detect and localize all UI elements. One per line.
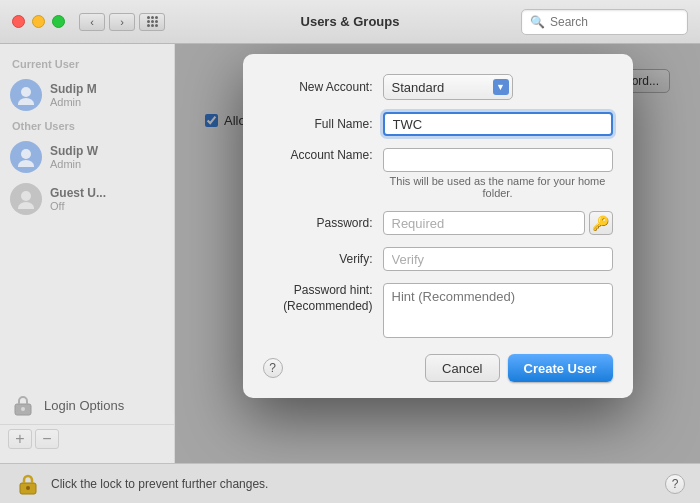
user-name: Sudip W xyxy=(50,144,98,158)
avatar xyxy=(10,141,42,173)
search-icon: 🔍 xyxy=(530,15,545,29)
hint-textarea[interactable] xyxy=(383,283,613,338)
new-account-select[interactable]: Standard Administrator xyxy=(383,74,513,100)
verify-control xyxy=(383,247,613,271)
login-options-item[interactable]: Login Options xyxy=(0,386,174,424)
account-name-control: This will be used as the name for your h… xyxy=(383,148,613,199)
add-user-button[interactable]: + xyxy=(8,429,32,449)
password-row: Password: 🔑 xyxy=(263,211,613,235)
bottom-bar: Click the lock to prevent further change… xyxy=(0,463,700,503)
avatar xyxy=(10,183,42,215)
sidebar-item-current-user[interactable]: Sudip M Admin xyxy=(0,74,174,116)
grid-button[interactable] xyxy=(139,13,165,31)
lock-icon[interactable] xyxy=(15,471,41,497)
forward-button[interactable]: › xyxy=(109,13,135,31)
sidebar: Current User Sudip M Admin Other Users S… xyxy=(0,44,175,463)
user-name: Guest U... xyxy=(50,186,106,200)
create-user-modal: New Account: Standard Administrator ▼ Fu… xyxy=(243,54,633,398)
hint-row: Password hint: (Recommended) xyxy=(263,283,613,338)
traffic-lights xyxy=(12,15,65,28)
new-account-label: New Account: xyxy=(263,80,383,94)
hint-label: Password hint: (Recommended) xyxy=(263,283,383,314)
create-user-button[interactable]: Create User xyxy=(508,354,613,382)
full-name-row: Full Name: xyxy=(263,112,613,136)
full-name-label: Full Name: xyxy=(263,117,383,131)
add-remove-bar: + − xyxy=(0,424,174,453)
footer-buttons: Cancel Create User xyxy=(425,354,612,382)
account-name-input[interactable] xyxy=(383,148,613,172)
login-options-label: Login Options xyxy=(44,398,124,413)
full-name-input[interactable] xyxy=(383,112,613,136)
main-panel: ɑssword... Allow user to administer this… xyxy=(175,44,700,463)
new-account-row: New Account: Standard Administrator ▼ xyxy=(263,74,613,100)
svg-point-2 xyxy=(21,149,31,159)
verify-row: Verify: xyxy=(263,247,613,271)
full-name-control xyxy=(383,112,613,136)
verify-input[interactable] xyxy=(383,247,613,271)
sidebar-item-guest[interactable]: Guest U... Off xyxy=(0,178,174,220)
back-button[interactable]: ‹ xyxy=(79,13,105,31)
maximize-button[interactable] xyxy=(52,15,65,28)
bottom-help-button[interactable]: ? xyxy=(665,474,685,494)
close-button[interactable] xyxy=(12,15,25,28)
nav-buttons: ‹ › xyxy=(79,13,135,31)
bottom-lock-text: Click the lock to prevent further change… xyxy=(51,477,655,491)
svg-point-5 xyxy=(18,202,34,209)
sidebar-item-sudip-w[interactable]: Sudip W Admin xyxy=(0,136,174,178)
new-account-select-wrapper: Standard Administrator ▼ xyxy=(383,74,513,100)
user-info: Sudip W Admin xyxy=(50,144,98,170)
content-area: Current User Sudip M Admin Other Users S… xyxy=(0,44,700,463)
login-options-icon xyxy=(10,392,36,418)
main-window: ‹ › Users & Groups 🔍 Current User xyxy=(0,0,700,503)
remove-user-button[interactable]: − xyxy=(35,429,59,449)
avatar xyxy=(10,79,42,111)
verify-label: Verify: xyxy=(263,252,383,266)
svg-point-1 xyxy=(18,98,34,105)
password-control: 🔑 xyxy=(383,211,613,235)
svg-point-9 xyxy=(26,486,30,490)
current-user-label: Current User xyxy=(0,54,174,74)
password-input-group: 🔑 xyxy=(383,211,613,235)
account-name-hint: This will be used as the name for your h… xyxy=(383,175,613,199)
other-users-label: Other Users xyxy=(0,116,174,136)
key-icon-button[interactable]: 🔑 xyxy=(589,211,613,235)
modal-help-button[interactable]: ? xyxy=(263,358,283,378)
account-name-label: Account Name: xyxy=(263,148,383,162)
user-info: Sudip M Admin xyxy=(50,82,97,108)
password-input[interactable] xyxy=(383,211,585,235)
user-info: Guest U... Off xyxy=(50,186,106,212)
account-name-row: Account Name: This will be used as the n… xyxy=(263,148,613,199)
modal-overlay: New Account: Standard Administrator ▼ Fu… xyxy=(175,44,700,463)
cancel-button[interactable]: Cancel xyxy=(425,354,499,382)
password-label: Password: xyxy=(263,216,383,230)
svg-point-7 xyxy=(21,407,25,411)
user-role: Off xyxy=(50,200,106,212)
modal-footer: ? Cancel Create User xyxy=(263,354,613,382)
svg-point-0 xyxy=(21,87,31,97)
search-box[interactable]: 🔍 xyxy=(521,9,688,35)
titlebar: ‹ › Users & Groups 🔍 xyxy=(0,0,700,44)
svg-point-3 xyxy=(18,160,34,167)
minimize-button[interactable] xyxy=(32,15,45,28)
user-name: Sudip M xyxy=(50,82,97,96)
window-title: Users & Groups xyxy=(301,14,400,29)
search-input[interactable] xyxy=(550,15,679,29)
hint-control xyxy=(383,283,613,338)
svg-point-4 xyxy=(21,191,31,201)
grid-icon xyxy=(147,16,158,27)
user-role: Admin xyxy=(50,96,97,108)
user-role: Admin xyxy=(50,158,98,170)
